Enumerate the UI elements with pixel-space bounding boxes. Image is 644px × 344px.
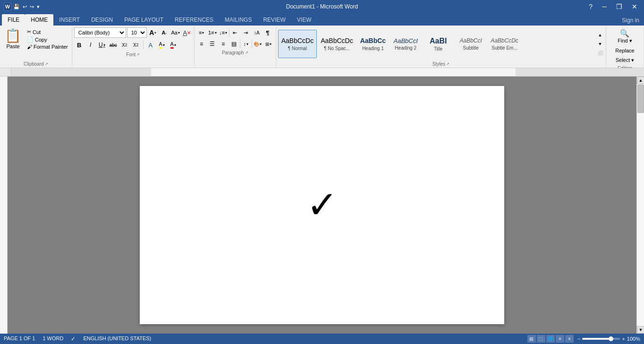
restore-button[interactable]: ❒	[613, 3, 625, 10]
style-heading1[interactable]: AaBbCc Heading 1	[357, 30, 389, 58]
document-area[interactable]: ✓	[8, 77, 636, 334]
zoom-slider-thumb[interactable]	[609, 336, 613, 341]
align-right-button[interactable]: ≡	[218, 39, 229, 49]
find-button[interactable]: 🔍 Find ▾	[612, 27, 637, 45]
scrollbar-track[interactable]	[637, 84, 644, 326]
style-no-spacing[interactable]: AaBbCcDc ¶ No Spac...	[317, 30, 356, 58]
sort-button[interactable]: ↕A	[252, 27, 262, 38]
multilevel-list-button[interactable]: ↓≡▾	[218, 27, 229, 38]
style-heading1-label: Heading 1	[362, 46, 384, 51]
numbering-button[interactable]: 1≡▾	[207, 27, 218, 38]
copy-button[interactable]: 📄 Copy	[25, 36, 70, 43]
tab-references[interactable]: REFERENCES	[169, 14, 219, 26]
tab-review[interactable]: REVIEW	[257, 14, 291, 26]
line-spacing-button[interactable]: ↕▾	[241, 39, 251, 49]
undo-qa-btn[interactable]: ↩	[23, 4, 27, 10]
increase-font-button[interactable]: A+	[148, 27, 158, 38]
decrease-indent-button[interactable]: ⇤	[230, 27, 240, 38]
paragraph-expand-icon[interactable]: ↗	[245, 51, 248, 55]
font-expand-icon[interactable]: ↗	[136, 52, 140, 57]
zoom-slider-track[interactable]	[582, 338, 620, 340]
italic-button[interactable]: I	[85, 40, 96, 50]
tab-insert[interactable]: INSERT	[53, 14, 85, 26]
style-normal[interactable]: AaBbCcDc ¶ Normal	[278, 30, 317, 58]
align-left-button[interactable]: ≡	[196, 39, 207, 49]
styles-expand-btn[interactable]: ⬜	[596, 49, 604, 57]
clear-format-button[interactable]: A✕	[182, 27, 192, 38]
full-screen-btn[interactable]: ⬚	[537, 335, 545, 343]
document-page[interactable]: ✓	[140, 86, 504, 324]
outline-btn[interactable]: ≡	[556, 335, 564, 343]
style-title-preview: AaBI	[430, 36, 447, 45]
tab-home[interactable]: HOME	[25, 14, 53, 26]
sign-in-link[interactable]: Sign in	[617, 15, 644, 26]
minimize-button[interactable]: ─	[599, 3, 610, 10]
select-label: Select ▾	[616, 57, 635, 63]
cut-button[interactable]: ✂ Cut	[25, 28, 70, 35]
paste-icon: 📋	[5, 29, 21, 43]
redo-qa-btn[interactable]: ↪	[30, 4, 34, 10]
ribbon-group-clipboard: 📋 Paste ✂ Cut 📄 Copy 🖌 Format Painter	[0, 26, 72, 68]
decrease-font-button[interactable]: A-	[159, 27, 169, 38]
superscript-button[interactable]: X2	[131, 40, 141, 50]
strikethrough-button[interactable]: abc	[108, 40, 119, 50]
align-center-button[interactable]: ☰	[207, 39, 218, 49]
style-no-spacing-preview: AaBbCcDc	[321, 37, 353, 45]
borders-button[interactable]: ⊞▾	[263, 39, 274, 49]
underline-button[interactable]: U▾	[97, 40, 107, 50]
scrollbar-thumb[interactable]	[637, 85, 644, 113]
justify-button[interactable]: ▤	[229, 39, 239, 49]
close-button[interactable]: ✕	[629, 3, 640, 10]
styles-scroll-down[interactable]: ▼	[596, 40, 604, 48]
highlight-color-button[interactable]: A ▾	[157, 40, 167, 50]
ruler-corner[interactable]	[0, 68, 11, 77]
tab-view[interactable]: VIEW	[291, 14, 317, 26]
show-hide-button[interactable]: ¶	[263, 27, 273, 38]
zoom-out-btn[interactable]: −	[577, 336, 580, 342]
proofing-icon[interactable]: ✓	[71, 335, 76, 342]
web-layout-btn[interactable]: 🌐	[546, 335, 555, 343]
replace-button[interactable]: Replace	[612, 46, 637, 55]
change-case-button[interactable]: Aa▾	[170, 27, 181, 38]
font-name-select[interactable]: Calibri (Body)	[74, 27, 126, 38]
print-layout-btn[interactable]: ▤	[527, 335, 536, 343]
vertical-scrollbar: ▲ ▼	[636, 77, 644, 334]
styles-expand-icon[interactable]: ↗	[446, 62, 449, 66]
shading-button[interactable]: 🎨▾	[253, 39, 263, 49]
tab-page-layout[interactable]: PAGE LAYOUT	[119, 14, 169, 26]
zoom-level[interactable]: 100%	[627, 336, 640, 342]
find-icon: 🔍	[620, 29, 629, 38]
style-subtle-emphasis-label: Subtle Em...	[491, 45, 517, 51]
style-heading2[interactable]: AaBbCcI Heading 2	[390, 30, 422, 58]
tab-mailings[interactable]: MAILINGS	[219, 14, 257, 26]
tab-design[interactable]: DESIGN	[85, 14, 119, 26]
scissors-icon: ✂	[27, 29, 31, 35]
bullets-button[interactable]: ≡▾	[196, 27, 207, 38]
font-color-button[interactable]: A ▾	[168, 40, 178, 50]
style-no-spacing-label: ¶ No Spac...	[324, 46, 350, 51]
paste-button[interactable]: 📋 Paste	[2, 27, 24, 51]
clipboard-expand-icon[interactable]: ↗	[45, 62, 48, 66]
subscript-button[interactable]: X2	[119, 40, 130, 50]
view-mode-buttons: ▤ ⬚ 🌐 ≡ ≡	[527, 335, 574, 343]
styles-scroll-up[interactable]: ▲	[596, 31, 604, 39]
bold-button[interactable]: B	[74, 40, 85, 50]
tab-file[interactable]: FILE	[2, 14, 25, 26]
style-subtitle[interactable]: AaBbCcI Subtitle	[455, 30, 487, 58]
scroll-up-button[interactable]: ▲	[637, 77, 644, 84]
select-button[interactable]: Select ▾	[612, 56, 637, 65]
style-subtle-emphasis[interactable]: AaBbCcDc Subtle Em...	[487, 30, 522, 58]
format-painter-button[interactable]: 🖌 Format Painter	[25, 43, 70, 50]
zoom-in-btn[interactable]: +	[622, 336, 625, 342]
help-button[interactable]: ?	[586, 3, 595, 10]
customize-qa-btn[interactable]: ▾	[37, 4, 40, 10]
font-size-select[interactable]: 100	[127, 27, 147, 38]
scroll-down-button[interactable]: ▼	[637, 326, 644, 334]
text-effects-button[interactable]: A	[145, 40, 156, 50]
save-qa-btn[interactable]: 💾	[13, 4, 20, 10]
language-info[interactable]: ENGLISH (UNITED STATES)	[83, 335, 151, 342]
increase-indent-button[interactable]: ⇥	[241, 27, 251, 38]
para-row-2: ≡ ☰ ≡ ▤ ↕▾ 🎨▾ ⊞▾	[196, 39, 274, 49]
draft-btn[interactable]: ≡	[565, 335, 574, 343]
style-title[interactable]: AaBI Title	[422, 30, 454, 58]
